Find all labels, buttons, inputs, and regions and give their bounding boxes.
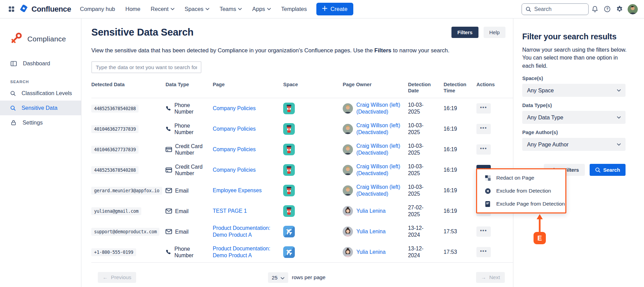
nav-item-label: Recent — [151, 6, 169, 12]
nav-item-spaces[interactable]: Spaces — [185, 6, 209, 12]
filter-select-space-s[interactable]: Any Space — [522, 84, 626, 97]
nav-item-home[interactable]: Home — [126, 6, 141, 12]
page-link[interactable]: Company Policies — [213, 146, 256, 153]
table-row: 4485253678540288Phone NumberCompany Poli… — [91, 98, 513, 119]
page-owner-link[interactable]: Yulia Lenina — [356, 249, 385, 256]
help-button[interactable]: Help — [484, 27, 505, 38]
detected-data-value: 4485253678540288 — [91, 166, 139, 174]
page-link[interactable]: Product Documentation: Demo Product A — [213, 225, 276, 239]
row-actions-button[interactable]: ••• — [476, 247, 491, 257]
credit-card-icon — [166, 167, 172, 173]
sidebar-item-dashboard[interactable]: Dashboard — [0, 56, 81, 71]
sidebar-item-classification-levels[interactable]: Classification Levels — [0, 86, 81, 101]
row-actions-button[interactable]: ••• — [476, 226, 491, 237]
menu-item-label: Exclude Page from Detection — [496, 201, 565, 207]
table-row: gerard.meunier3@appfox.ioEmailEmployee E… — [91, 180, 513, 201]
sensitive-data-search-input[interactable] — [91, 61, 201, 73]
page-link[interactable]: Company Policies — [213, 126, 256, 132]
previous-page-button[interactable]: ← Previous — [98, 272, 136, 283]
phone-icon — [166, 106, 171, 112]
create-button[interactable]: Create — [316, 3, 353, 15]
user-avatar[interactable] — [628, 4, 638, 14]
arrow-left-icon: ← — [103, 274, 108, 281]
page-link[interactable]: Product Documentation: Demo Product A — [213, 245, 276, 259]
rows-per-page-select[interactable]: 25 — [268, 272, 288, 283]
nav-item-recent[interactable]: Recent — [151, 6, 174, 12]
page-link[interactable]: Company Policies — [213, 167, 256, 173]
filter-field-data-type-s: Data Type(s)Any Data Type — [522, 103, 636, 124]
row-actions-button[interactable]: ••• — [476, 144, 491, 155]
chevron-down-icon — [617, 116, 621, 119]
notifications-bell-icon[interactable] — [589, 3, 601, 15]
filter-search-button[interactable]: Search — [590, 164, 626, 176]
detection-date: 10-03-2025 — [408, 163, 429, 177]
table-row: +1-800-555-0199Phone NumberProduct Docum… — [91, 242, 513, 262]
page-owner-link[interactable]: Yulia Lenina — [356, 228, 385, 235]
row-actions-button[interactable]: ••• — [476, 103, 491, 114]
page-owner-link[interactable]: Craig Willson (left) (Deactivated) — [356, 184, 403, 198]
menu-item-exclude-page-from-detection[interactable]: Exclude Page from Detection — [477, 197, 565, 210]
column-header-page-owner: Page Owner — [343, 81, 408, 88]
chevron-down-icon — [280, 275, 284, 281]
nav-item-templates[interactable]: Templates — [281, 6, 307, 12]
filter-panel-title: Filter your search results — [522, 32, 636, 41]
detection-time: 16:19 — [438, 126, 473, 132]
sidebar-item-sensitive-data[interactable]: Sensitive Data — [0, 101, 81, 115]
chevron-down-icon — [617, 89, 621, 92]
compliance-logo: Compliance — [0, 31, 81, 47]
column-header-data-type: Data Type — [166, 81, 213, 88]
page-owner-link[interactable]: Craig Willson (left) (Deactivated) — [356, 143, 403, 157]
detected-data-value: support@demoproductx.com — [91, 228, 159, 236]
page-owner-link[interactable]: Craig Willson (left) (Deactivated) — [356, 102, 403, 116]
page-link[interactable]: Company Policies — [213, 105, 256, 112]
global-search-input[interactable] — [534, 6, 579, 12]
menu-item-redact-on-page[interactable]: Redact on Page — [477, 171, 565, 184]
data-type-label: Credit Card Number — [175, 143, 207, 156]
page-owner-link[interactable]: Craig Willson (left) (Deactivated) — [356, 122, 403, 136]
page-owner-link[interactable]: Craig Willson (left) (Deactivated) — [356, 163, 403, 177]
nav-item-label: Apps — [252, 6, 265, 12]
menu-item-exclude-from-detection[interactable]: Exclude from Detection — [477, 184, 565, 197]
column-header-detected-data: Detected Data — [91, 81, 166, 88]
column-header-page: Page — [213, 81, 283, 88]
filter-select-data-type-s[interactable]: Any Data Type — [522, 111, 626, 124]
global-search-box[interactable] — [522, 3, 589, 15]
page-owner-link[interactable]: Yulia Lenina — [356, 208, 385, 214]
app-switcher-icon[interactable] — [6, 4, 16, 14]
nav-item-apps[interactable]: Apps — [252, 6, 271, 12]
detected-data-value: 4485253678540288 — [91, 105, 139, 113]
annotation-badge-e: E — [534, 232, 546, 244]
dashboard-icon — [10, 60, 17, 67]
owner-avatar-icon — [343, 206, 353, 216]
detection-time: 16:19 — [438, 167, 473, 173]
owner-avatar-icon — [343, 124, 353, 134]
search-icon — [10, 105, 16, 111]
detection-time: 17:53 — [438, 249, 473, 255]
nav-item-label: Home — [126, 6, 141, 12]
column-header-detection-time: Detection Time — [438, 81, 473, 94]
row-actions-button[interactable]: ••• — [476, 124, 491, 134]
page-link[interactable]: Employee Expenses — [213, 187, 262, 194]
help-icon[interactable]: ? — [601, 3, 613, 15]
nav-item-label: Teams — [220, 6, 236, 12]
filters-button[interactable]: Filters — [451, 27, 478, 38]
menu-item-label: Exclude from Detection — [496, 188, 551, 194]
owner-avatar-icon — [343, 144, 353, 155]
data-type-label: Phone Number — [174, 102, 206, 115]
next-page-button[interactable]: → Next — [476, 272, 505, 283]
detection-date: 27-02-2025 — [408, 204, 429, 218]
sidebar-item-settings[interactable]: Settings — [0, 115, 81, 130]
chevron-down-icon — [171, 8, 174, 10]
confluence-logo[interactable]: Confluence — [19, 4, 71, 14]
table-row: yuliena@gmail.comEmailTEST PAGE 1Yulia L… — [91, 201, 513, 221]
filter-select-page-author-s[interactable]: Any Page Author — [522, 138, 626, 151]
owner-avatar-icon — [343, 226, 353, 237]
nav-item-company-hub[interactable]: Company hub — [80, 6, 115, 12]
detection-date: 10-03-2025 — [408, 102, 429, 116]
top-navigation-bar: Confluence Company hubHomeRecentSpacesTe… — [0, 0, 644, 18]
page-link[interactable]: TEST PAGE 1 — [213, 208, 247, 214]
detection-time: 16:19 — [438, 146, 473, 153]
page-description: View the sensitive data that has been de… — [91, 47, 513, 54]
settings-gear-icon[interactable] — [613, 3, 626, 15]
nav-item-teams[interactable]: Teams — [220, 6, 242, 12]
